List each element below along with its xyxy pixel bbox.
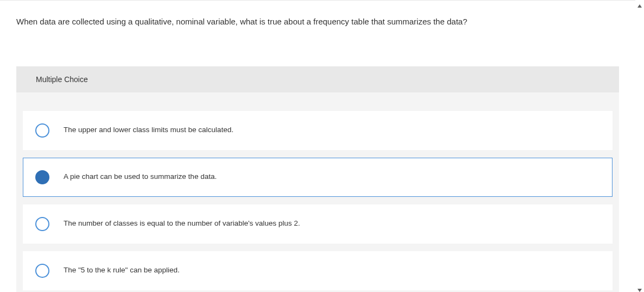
radio-unselected-icon	[35, 217, 49, 231]
radio-unselected-icon	[35, 123, 49, 138]
radio-unselected-icon	[35, 264, 49, 278]
svg-marker-1	[637, 289, 642, 292]
section-header: Multiple Choice	[16, 66, 619, 92]
multiple-choice-container: Multiple Choice The upper and lower clas…	[16, 66, 619, 293]
scroll-up-icon	[637, 1, 642, 7]
svg-marker-0	[637, 4, 642, 8]
option-3-label: The number of classes is equal to the nu…	[64, 219, 300, 229]
option-1[interactable]: The upper and lower class limits must be…	[23, 111, 613, 150]
radio-selected-icon	[35, 170, 49, 184]
option-3[interactable]: The number of classes is equal to the nu…	[23, 204, 613, 244]
option-1-label: The upper and lower class limits must be…	[64, 125, 233, 135]
question-panel: When data are collected using a qualitat…	[0, 0, 635, 34]
content-scroll-area[interactable]: When data are collected using a qualitat…	[0, 0, 635, 292]
option-2[interactable]: A pie chart can be used to summarize the…	[23, 158, 613, 197]
option-4-label: The "5 to the k rule" can be applied.	[64, 265, 180, 276]
option-4[interactable]: The "5 to the k rule" can be applied.	[23, 251, 613, 290]
options-wrapper: The upper and lower class limits must be…	[16, 92, 619, 293]
option-2-label: A pie chart can be used to summarize the…	[64, 172, 217, 182]
scroll-down-icon	[637, 285, 642, 291]
question-text: When data are collected using a qualitat…	[16, 16, 619, 28]
